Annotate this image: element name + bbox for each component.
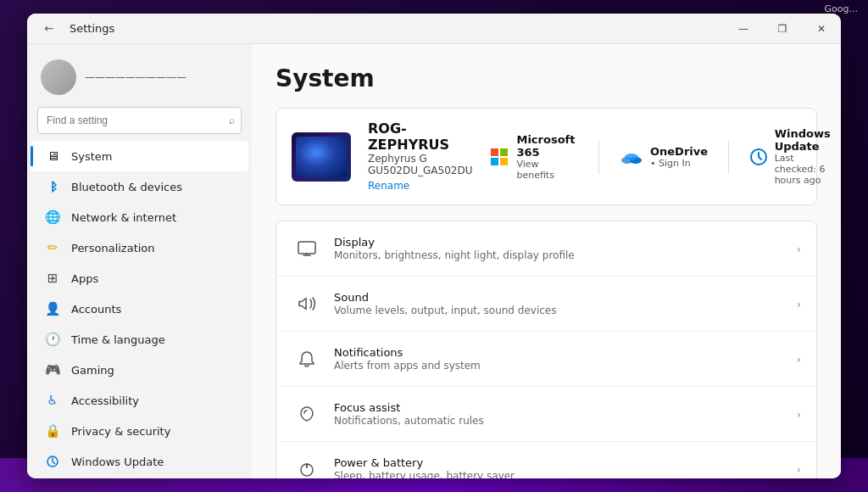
search-icon: ⌕ <box>229 115 235 126</box>
sidebar-item-label: Bluetooth & devices <box>71 181 182 193</box>
titlebar-left: ← Settings <box>37 17 114 41</box>
sidebar-item-privacy[interactable]: 🔒 Privacy & security <box>31 416 248 446</box>
device-image-inner <box>296 137 347 177</box>
sidebar-item-label: Time & language <box>71 333 165 346</box>
power-icon <box>292 454 322 478</box>
sidebar-item-personalization[interactable]: ✏️ Personalization <box>31 232 248 263</box>
sidebar-item-label: Personalization <box>71 242 155 254</box>
power-text: Power & battery Sleep, battery usage, ba… <box>334 456 797 478</box>
divider-2 <box>728 140 729 174</box>
profile-name: —————————— <box>85 71 186 83</box>
maximize-button[interactable]: ❐ <box>763 14 802 44</box>
settings-item-sound[interactable]: Sound Volume levels, output, input, soun… <box>276 277 816 332</box>
device-info: ROG-ZEPHYRUS Zephyrus G GU502DU_GA502DU … <box>368 120 472 193</box>
chevron-icon: › <box>797 408 801 421</box>
windowsupdate-text: Windows Update Last checked: 6 hours ago <box>775 127 837 186</box>
settings-item-display[interactable]: Display Monitors, brightness, night ligh… <box>276 221 816 277</box>
svg-rect-9 <box>298 242 315 254</box>
titlebar: ← Settings — ❐ ✕ <box>27 14 841 44</box>
sidebar-item-accessibility[interactable]: ♿ Accessibility <box>31 385 248 416</box>
sidebar-item-apps[interactable]: ⊞ Apps <box>31 263 248 294</box>
onedrive-icon <box>620 145 643 169</box>
sidebar-item-time[interactable]: 🕐 Time & language <box>31 324 248 355</box>
update-icon <box>44 453 61 470</box>
close-button[interactable]: ✕ <box>802 14 841 44</box>
onedrive-app[interactable]: OneDrive • Sign In <box>620 145 708 169</box>
chevron-icon: › <box>797 353 801 366</box>
main-area: —————————— ⌕ 🖥 System Bluetooth & device… <box>27 44 841 478</box>
personalization-icon: ✏️ <box>44 239 61 256</box>
search-box: ⌕ <box>37 107 242 134</box>
gaming-icon: 🎮 <box>44 361 61 378</box>
focus-text: Focus assist Notifications, automatic ru… <box>334 401 797 427</box>
page-title: System <box>275 64 817 92</box>
onedrive-text: OneDrive • Sign In <box>650 145 708 169</box>
privacy-icon: 🔒 <box>44 422 61 439</box>
settings-item-notifications[interactable]: Notifications Alerts from apps and syste… <box>276 332 816 387</box>
divider-1 <box>598 140 599 174</box>
sound-text: Sound Volume levels, output, input, soun… <box>334 291 797 316</box>
sidebar-item-label: Windows Update <box>71 456 164 468</box>
profile-area: —————————— <box>27 51 252 107</box>
sound-icon <box>292 288 322 319</box>
sidebar-item-network[interactable]: 🌐 Network & internet <box>31 202 248 232</box>
search-input[interactable] <box>37 107 242 134</box>
time-icon: 🕐 <box>44 331 61 348</box>
sidebar: —————————— ⌕ 🖥 System Bluetooth & device… <box>27 44 252 478</box>
system-icon: 🖥 <box>44 148 61 165</box>
svg-rect-1 <box>491 148 498 156</box>
sidebar-item-accounts[interactable]: 👤 Accounts <box>31 294 248 324</box>
display-text: Display Monitors, brightness, night ligh… <box>334 236 797 261</box>
windowsupdate-app[interactable]: Windows Update Last checked: 6 hours ago <box>749 127 837 186</box>
focus-icon <box>292 399 322 429</box>
notifications-text: Notifications Alerts from apps and syste… <box>334 346 797 372</box>
notifications-icon <box>292 344 322 374</box>
svg-rect-3 <box>491 158 498 165</box>
device-image <box>292 132 351 182</box>
settings-list: Display Monitors, brightness, night ligh… <box>275 221 817 478</box>
sidebar-item-label: Privacy & security <box>71 425 170 438</box>
sidebar-item-label: Accounts <box>71 303 121 316</box>
accounts-icon: 👤 <box>44 300 61 317</box>
windowsupdate-icon <box>749 145 768 169</box>
device-model: Zephyrus G GU502DU_GA502DU <box>368 153 472 176</box>
accessibility-icon: ♿ <box>44 392 61 409</box>
bluetooth-icon <box>44 178 61 195</box>
sidebar-item-label: Accessibility <box>71 394 139 407</box>
apps-icon: ⊞ <box>44 270 61 287</box>
microsoft365-app[interactable]: Microsoft 365 View benefits <box>489 133 578 181</box>
settings-item-focus[interactable]: Focus assist Notifications, automatic ru… <box>276 387 816 442</box>
sidebar-item-system[interactable]: 🖥 System <box>31 141 248 171</box>
network-icon: 🌐 <box>44 209 61 226</box>
chevron-icon: › <box>797 463 801 476</box>
titlebar-controls: — ❐ ✕ <box>724 14 841 44</box>
window-title: Settings <box>70 22 114 35</box>
sidebar-item-label: Gaming <box>71 364 114 377</box>
sidebar-item-label: Apps <box>71 272 98 285</box>
sidebar-item-bluetooth[interactable]: Bluetooth & devices <box>31 171 248 202</box>
content-area: System ROG-ZEPHYRUS Zephyrus G GU502DU_G… <box>252 44 841 478</box>
settings-window: ← Settings — ❐ ✕ —————————— ⌕ 🖥 System <box>27 14 841 478</box>
chevron-icon: › <box>797 298 801 310</box>
settings-item-power[interactable]: Power & battery Sleep, battery usage, ba… <box>276 442 816 478</box>
display-icon <box>292 233 322 264</box>
minimize-button[interactable]: — <box>724 14 763 44</box>
chevron-icon: › <box>797 243 801 255</box>
sidebar-item-label: System <box>71 150 112 163</box>
sidebar-item-label: Network & internet <box>71 211 176 224</box>
svg-point-7 <box>625 154 638 160</box>
device-info-bar: ROG-ZEPHYRUS Zephyrus G GU502DU_GA502DU … <box>275 108 817 205</box>
device-name: ROG-ZEPHYRUS <box>368 120 472 153</box>
info-bar-apps: Microsoft 365 View benefits <box>489 127 836 186</box>
svg-rect-2 <box>500 148 508 156</box>
sidebar-item-gaming[interactable]: 🎮 Gaming <box>31 355 248 385</box>
avatar <box>41 59 76 95</box>
microsoft365-text: Microsoft 365 View benefits <box>516 133 578 181</box>
rename-link[interactable]: Rename <box>368 180 409 192</box>
sidebar-item-update[interactable]: Windows Update <box>31 446 248 477</box>
back-button[interactable]: ← <box>37 17 61 41</box>
taskbar-label: Goog... <box>825 3 858 14</box>
svg-rect-4 <box>500 158 508 165</box>
microsoft365-icon <box>489 145 509 169</box>
